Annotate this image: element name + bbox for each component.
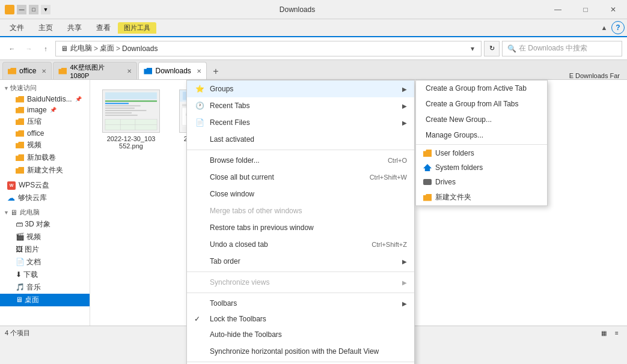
menu-label-restore-tabs: Restore tabs in previous window bbox=[210, 223, 407, 232]
ribbon-collapse[interactable]: ▲ bbox=[597, 20, 611, 35]
menu-item-browse-folder[interactable]: Browse folder... Ctrl+O bbox=[187, 152, 414, 169]
ribbon-tabs: 文件 主页 共享 查看 图片工具 ▲ ? bbox=[0, 19, 627, 36]
menu-label-undo-closed: Undo a closed tab bbox=[210, 240, 359, 249]
menu-item-auto-hide[interactable]: Auto-hide the Toolbars bbox=[187, 326, 414, 343]
tab-file[interactable]: 文件 bbox=[2, 20, 31, 35]
menu-item-groups[interactable]: ⭐ Groups ▶ Create a Group from Active Ta… bbox=[187, 80, 414, 97]
add-tab-button[interactable]: + bbox=[208, 64, 224, 79]
address-path[interactable]: 🖥 此电脑 > 桌面 > Downloads ▾ bbox=[55, 41, 482, 56]
indent bbox=[7, 166, 13, 174]
empty-icon-11 bbox=[194, 329, 205, 340]
submenu-item-system-folders[interactable]: System folders bbox=[416, 160, 547, 175]
menu-item-tab-order[interactable]: Tab order ▶ bbox=[187, 253, 414, 270]
sidebar-item-3d[interactable]: 🗃 3D 对象 bbox=[0, 218, 90, 231]
recent-files-icon: 📄 bbox=[194, 117, 205, 128]
menu-item-last-activated[interactable]: Last activated bbox=[187, 131, 414, 148]
tab-home[interactable]: 主页 bbox=[31, 20, 60, 35]
sidebar-item-image[interactable]: image 📌 bbox=[0, 105, 90, 115]
sidebar-item-zip[interactable]: 压缩 bbox=[0, 115, 90, 128]
menu-item-recent-files[interactable]: 📄 Recent Files ▶ bbox=[187, 114, 414, 131]
sidebar-item-downloads[interactable]: ⬇ 下载 bbox=[0, 268, 90, 281]
status-count: 4 个项目 bbox=[5, 329, 30, 338]
title-btn-3[interactable]: ▼ bbox=[41, 5, 50, 14]
up-button[interactable]: ↑ bbox=[38, 41, 53, 56]
submenu-item-create-active[interactable]: Create a Group from Active Tab bbox=[416, 80, 547, 96]
tab-office-close[interactable]: ✕ bbox=[39, 68, 46, 74]
sidebar-item-desktop[interactable]: 🖥 桌面 bbox=[0, 294, 90, 306]
sidebar-item-music[interactable]: 🎵 音乐 bbox=[0, 281, 90, 294]
menu-item-close-all[interactable]: Close all but current Ctrl+Shift+W bbox=[187, 169, 414, 186]
menu-label-toolbars: Toolbars bbox=[210, 299, 397, 308]
title-btn-1[interactable]: — bbox=[17, 5, 26, 14]
quick-access-arrow[interactable]: ▼ bbox=[4, 85, 9, 91]
menu-item-close-window[interactable]: Close window bbox=[187, 186, 414, 202]
menu-label-recent-files: Recent Files bbox=[210, 118, 397, 127]
sidebar-item-newvol[interactable]: 新加载卷 bbox=[0, 151, 90, 164]
svg-rect-3 bbox=[105, 103, 129, 104]
sidebar-item-newfolder1[interactable]: 新建文件夹 bbox=[0, 164, 90, 177]
tab-wallpaper[interactable]: 4K壁纸图片 1080P ✕ bbox=[53, 62, 137, 79]
sidebar-item-gokuai[interactable]: ☁ 够快云库 bbox=[0, 192, 90, 204]
tab-office[interactable]: office ✕ bbox=[2, 62, 52, 79]
menu-item-recent-tabs[interactable]: 🕐 Recent Tabs ▶ bbox=[187, 97, 414, 114]
menu-item-toolbars[interactable]: Toolbars ▶ bbox=[187, 295, 414, 312]
forward-button[interactable]: → bbox=[22, 41, 36, 56]
sidebar-item-label: 视频 bbox=[27, 140, 41, 150]
tab-share[interactable]: 共享 bbox=[60, 20, 89, 35]
path-dropdown[interactable]: ▾ bbox=[471, 44, 474, 53]
empty-icon-9 bbox=[194, 277, 205, 288]
menu-label-close-window: Close window bbox=[210, 190, 407, 198]
sidebar-item-video2[interactable]: 🎬 视频 bbox=[0, 231, 90, 243]
minimize-button[interactable]: — bbox=[544, 0, 572, 19]
file-item-1[interactable]: 2022-12-30_103552.png bbox=[95, 85, 167, 154]
refresh-button[interactable]: ↻ bbox=[484, 41, 500, 56]
help-button[interactable]: ? bbox=[611, 21, 625, 34]
submenu-item-user-folders[interactable]: User folders bbox=[416, 146, 547, 160]
menu-arrow-recent-files: ▶ bbox=[402, 120, 407, 126]
tab-downloads-label: Downloads bbox=[155, 67, 191, 75]
menu-item-lock-toolbars[interactable]: ✓ Lock the Toolbars bbox=[187, 312, 414, 326]
view-list-button[interactable]: ≡ bbox=[611, 328, 622, 339]
maximize-button[interactable]: □ bbox=[572, 0, 599, 19]
sidebar-item-pictures[interactable]: 🖼 图片 bbox=[0, 243, 90, 256]
this-pc-arrow[interactable]: ▼ bbox=[4, 210, 9, 216]
context-menu: ⭐ Groups ▶ Create a Group from Active Ta… bbox=[186, 80, 415, 364]
sidebar-item-baidunetdis[interactable]: BaiduNetdis... 📌 bbox=[0, 94, 90, 105]
sidebar-item-office[interactable]: office bbox=[0, 128, 90, 139]
folder-icon bbox=[16, 107, 24, 114]
sidebar-item-wps[interactable]: W WPS云盘 bbox=[0, 179, 90, 192]
path-pc: 此电脑 bbox=[70, 43, 92, 53]
tab-tools[interactable]: 图片工具 bbox=[118, 22, 156, 34]
title-btn-2[interactable]: □ bbox=[29, 5, 38, 14]
tab-wallpaper-close[interactable]: ✕ bbox=[124, 68, 132, 74]
menu-item-sync-horizontal[interactable]: Synchronize horizontal position with the… bbox=[187, 343, 414, 360]
submenu-item-drives[interactable]: Drives bbox=[416, 175, 547, 189]
sidebar: ▼ 快速访问 BaiduNetdis... 📌 image 📌 压缩 offic… bbox=[0, 80, 90, 326]
menu-item-undo-closed[interactable]: Undo a closed tab Ctrl+Shift+Z bbox=[187, 236, 414, 253]
tabs-far-right: E Downloads Far bbox=[569, 72, 625, 79]
submenu-item-new-folder[interactable]: 新建文件夹 bbox=[416, 189, 547, 205]
view-grid-button[interactable]: ▦ bbox=[598, 328, 609, 339]
submenu-item-manage[interactable]: Manage Groups... bbox=[416, 127, 547, 143]
back-button[interactable]: ← bbox=[5, 41, 19, 56]
sidebar-item-label: 📄 文档 bbox=[16, 257, 41, 267]
tab-view[interactable]: 查看 bbox=[89, 20, 118, 35]
menu-sep-4 bbox=[187, 362, 414, 362]
menu-item-restore-tabs[interactable]: Restore tabs in previous window bbox=[187, 219, 414, 236]
submenu-folder-icon2 bbox=[423, 194, 432, 201]
submenu-item-create-new[interactable]: Create New Group... bbox=[416, 112, 547, 127]
file-thumbnail-1 bbox=[102, 89, 160, 133]
tab-downloads-close[interactable]: ✕ bbox=[194, 68, 201, 74]
empty-icon-3 bbox=[194, 172, 205, 183]
sidebar-item-video1[interactable]: 视频 bbox=[0, 139, 90, 151]
sidebar-item-label: office bbox=[27, 129, 44, 138]
submenu-item-create-all[interactable]: Create a Group from All Tabs bbox=[416, 96, 547, 112]
search-box[interactable]: 🔍 在 Downloads 中搜索 bbox=[502, 41, 622, 56]
sep2: > bbox=[116, 44, 120, 53]
close-button[interactable]: ✕ bbox=[599, 0, 627, 19]
path-icon: 🖥 bbox=[61, 44, 68, 53]
empty-icon-5 bbox=[194, 205, 205, 216]
this-pc-header: ▼ 🖥 此电脑 bbox=[0, 207, 90, 218]
sidebar-item-docs[interactable]: 📄 文档 bbox=[0, 256, 90, 268]
tab-downloads[interactable]: Downloads ✕ bbox=[138, 62, 206, 79]
